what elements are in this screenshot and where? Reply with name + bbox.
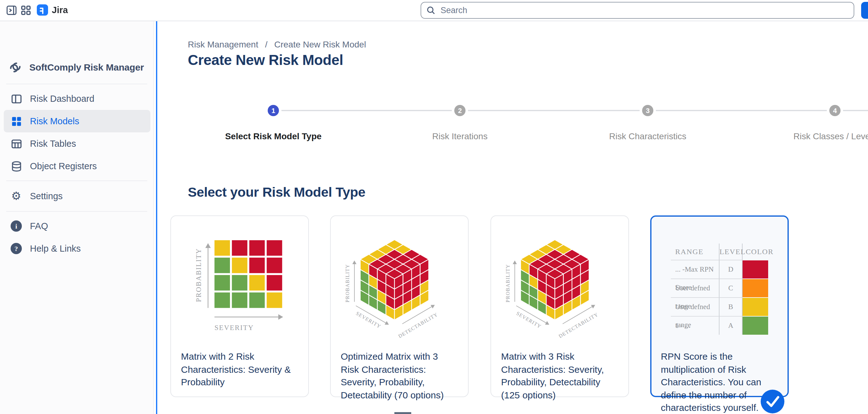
table-icon [10, 137, 23, 150]
selected-check-icon [760, 389, 785, 414]
jira-logo-icon[interactable] [37, 4, 48, 16]
sidebar-resize-divider[interactable] [156, 21, 157, 414]
sidebar-item-label: Help & Links [30, 243, 81, 254]
grid-squares-icon [10, 115, 23, 127]
svg-text:PROBABILITY: PROBABILITY [505, 264, 511, 302]
step-2-label: Risk Iterations [432, 131, 487, 141]
breadcrumb-create-new-risk-model[interactable]: Create New Risk Model [274, 39, 366, 49]
sidebar: SoftComply Risk Manager Risk Dashboard [0, 21, 154, 414]
sidebar-item-faq[interactable]: i FAQ [4, 215, 150, 237]
card-description: Matrix with 2 Risk Characteristics: Seve… [181, 350, 298, 389]
step-connector [656, 110, 827, 111]
matrix-2d-illustration: PROBABILITYSEVERITY [181, 226, 298, 345]
svg-text:SEVERITY: SEVERITY [214, 324, 254, 332]
svg-text:PROBABILITY: PROBABILITY [344, 264, 350, 302]
app-screen: Jira SoftComply Risk Manager [0, 0, 868, 414]
sidebar-item-label: Risk Dashboard [30, 94, 94, 104]
step-2-circle: 2 [454, 105, 466, 116]
card-rpn-score[interactable]: RANGELEVELCOLOR... -Max RPN ScoreDUser d… [650, 215, 789, 397]
database-icon [10, 160, 23, 172]
breadcrumb: Risk Management / Create New Risk Model [188, 39, 366, 49]
cube-3d-illustration: PROBABILITYSEVERITYDETECTABILITY [501, 226, 618, 345]
card-matrix-3-characteristics[interactable]: PROBABILITYSEVERITYDETECTABILITY Matrix … [491, 215, 629, 397]
step-4-circle: 4 [829, 105, 841, 116]
sidebar-item-risk-dashboard[interactable]: Risk Dashboard [4, 87, 150, 110]
svg-text:PROBABILITY: PROBABILITY [195, 248, 203, 302]
sidebar-item-label: Risk Tables [30, 139, 76, 149]
card-matrix-2-characteristics[interactable]: PROBABILITYSEVERITY Matrix with 2 Risk C… [170, 215, 309, 397]
dashboard-icon [10, 92, 23, 105]
card-optimized-matrix-3-characteristics[interactable]: PROBABILITYSEVERITYDETECTABILITY Optimiz… [330, 215, 469, 397]
sidebar-item-risk-models[interactable]: Risk Models [4, 110, 150, 132]
search-icon [426, 5, 436, 15]
breadcrumb-separator: / [265, 39, 268, 49]
sidebar-item-object-registers[interactable]: Object Registers [4, 155, 150, 177]
global-search[interactable] [421, 2, 854, 19]
cube-3d-illustration: PROBABILITYSEVERITYDETECTABILITY [341, 226, 458, 345]
softcomply-logo-icon [8, 61, 23, 77]
info-circle-icon: i [10, 220, 23, 232]
sidebar-item-risk-tables[interactable]: Risk Tables [4, 132, 150, 155]
sidebar-item-settings[interactable]: ⚙ Settings [4, 185, 150, 207]
step-1-circle: 1 [268, 105, 279, 116]
sidebar-app-title: SoftComply Risk Manager [29, 62, 144, 72]
rpn-table-illustration: RANGELEVELCOLOR... -Max RPN ScoreDUser d… [661, 226, 778, 345]
sidebar-divider [6, 84, 147, 84]
sidebar-item-help-links[interactable]: ? Help & Links [4, 237, 150, 260]
top-navigation-bar: Jira [0, 0, 868, 21]
step-4-label: Risk Classes / Levels [794, 131, 868, 141]
sidebar-item-label: Risk Models [30, 116, 79, 126]
cut-off-bottom-element [394, 412, 411, 414]
step-connector [468, 110, 640, 111]
sidebar-item-label: Object Registers [30, 161, 97, 171]
main-content: Risk Management / Create New Risk Model … [157, 21, 868, 414]
step-connector [281, 110, 452, 111]
card-description: Matrix with 3 Risk Characteristics: Seve… [501, 350, 618, 402]
breadcrumb-risk-management[interactable]: Risk Management [188, 39, 258, 49]
app-name: Jira [52, 0, 68, 21]
gear-icon: ⚙ [10, 190, 23, 202]
sidebar-divider [6, 211, 147, 212]
step-3-label: Risk Characteristics [609, 131, 686, 141]
sidebar-toggle-icon[interactable] [5, 4, 18, 17]
step-3-circle: 3 [642, 105, 653, 116]
create-button[interactable] [861, 2, 868, 19]
search-input[interactable] [439, 5, 849, 15]
question-circle-icon: ? [10, 242, 23, 255]
sidebar-item-label: Settings [30, 191, 63, 201]
sidebar-divider [6, 180, 147, 181]
page-title: Create New Risk Model [188, 52, 343, 69]
svg-text:DETECTABILITY: DETECTABILITY [558, 311, 599, 339]
sidebar-item-label: FAQ [30, 221, 48, 231]
app-switcher-icon[interactable] [19, 4, 32, 17]
section-title: Select your Risk Model Type [188, 185, 365, 201]
card-description: Optimized Matrix with 3 Risk Characteris… [341, 350, 458, 402]
sidebar-app-header: SoftComply Risk Manager [0, 60, 154, 76]
step-connector [843, 110, 868, 111]
svg-text:DETECTABILITY: DETECTABILITY [397, 311, 439, 339]
step-1-label: Select Risk Model Type [225, 131, 321, 141]
